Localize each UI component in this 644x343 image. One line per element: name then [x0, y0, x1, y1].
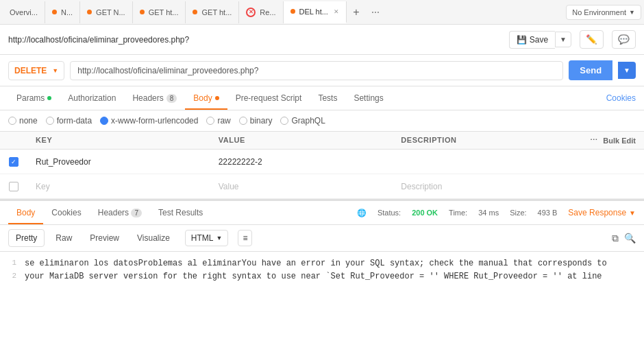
save-main-button[interactable]: 💾 Save [509, 31, 555, 49]
tab-get2-label: GET ht... [149, 8, 179, 16]
tab-overview-label: Overvi... [10, 8, 38, 16]
resp-tab-raw-label: Raw [55, 233, 72, 243]
tab-more-button[interactable]: ⋯ [366, 3, 385, 22]
tab-get3[interactable]: GET ht... [186, 1, 239, 23]
tab-headers[interactable]: Headers 8 [124, 86, 185, 110]
copy-icon-button[interactable]: ⧉ [612, 233, 619, 244]
td-check-1[interactable]: ✓ [0, 157, 27, 167]
tab-prerequest[interactable]: Pre-request Script [227, 86, 310, 110]
tab-new-label: N... [61, 8, 73, 16]
save-button-group: 💾 Save ▼ [509, 31, 571, 49]
tab-tests[interactable]: Tests [310, 86, 345, 110]
opt-graphql[interactable]: GraphQL [280, 116, 325, 126]
radio-form-data[interactable] [46, 117, 54, 125]
comment-icon-button[interactable]: 💬 [612, 30, 636, 49]
opt-none[interactable]: none [8, 116, 38, 126]
body-dot [215, 96, 219, 100]
radio-none[interactable] [8, 117, 16, 125]
bottom-tab-body[interactable]: Body [8, 201, 43, 224]
opt-binary[interactable]: binary [239, 116, 273, 126]
th-key: KEY [27, 136, 210, 145]
tab-del-close[interactable]: ✕ [334, 8, 339, 15]
tab-del[interactable]: DEL ht... ✕ [284, 1, 347, 23]
opt-raw[interactable]: raw [206, 116, 230, 126]
cookies-link[interactable]: Cookies [606, 86, 636, 110]
opt-urlencoded-label: x-www-form-urlencoded [111, 116, 198, 126]
bottom-nav-tabs: Body Cookies Headers 7 Test Results 🌐 St… [0, 201, 644, 225]
tab-add-button[interactable]: + [347, 3, 366, 22]
params-dot [47, 96, 51, 100]
radio-binary[interactable] [239, 117, 247, 125]
send-button[interactable]: Send [569, 60, 612, 80]
bottom-tab-test-results[interactable]: Test Results [150, 201, 211, 224]
tab-settings-label: Settings [354, 93, 383, 103]
td-value-1[interactable]: 22222222-2 [210, 153, 393, 171]
request-url-input[interactable] [70, 61, 563, 80]
td-key-2[interactable]: Key [27, 178, 210, 196]
td-value-2[interactable]: Value [210, 178, 393, 196]
save-arrow-button[interactable]: ▼ [555, 32, 571, 47]
tab-body[interactable]: Body [185, 86, 227, 110]
opt-urlencoded[interactable]: x-www-form-urlencoded [100, 116, 198, 126]
tab-overview[interactable]: Overvi... [3, 1, 45, 23]
search-icon-button[interactable]: 🔍 [624, 233, 636, 244]
tab-re-label: Re... [260, 8, 275, 16]
tab-get1-dot [87, 10, 92, 14]
resp-tab-raw[interactable]: Raw [49, 230, 79, 246]
env-selector[interactable]: No Environment ▼ [566, 5, 641, 20]
checkbox-1[interactable]: ✓ [9, 157, 18, 167]
tab-params[interactable]: Params [8, 86, 60, 110]
opt-graphql-label: GraphQL [291, 116, 325, 126]
tab-del-dot [290, 9, 295, 14]
radio-raw[interactable] [206, 117, 214, 125]
checkbox-2[interactable] [9, 182, 18, 191]
save-disk-icon: 💾 [517, 35, 527, 45]
body-options: none form-data x-www-form-urlencoded raw… [0, 110, 644, 132]
resp-tab-pretty[interactable]: Pretty [8, 229, 45, 247]
tab-bar: Overvi... N... GET N... GET ht... GET ht… [0, 0, 644, 25]
edit-icon-button[interactable]: ✏️ [580, 30, 604, 49]
filter-icon-button[interactable]: ≡ [238, 230, 252, 246]
bottom-tab-cookies[interactable]: Cookies [43, 201, 89, 224]
tab-headers-label: Headers [132, 93, 163, 103]
th-more-icon: ⋯ [590, 136, 597, 145]
format-select[interactable]: HTML ▼ [185, 230, 229, 246]
time-value: 34 ms [478, 209, 499, 217]
tab-settings[interactable]: Settings [345, 86, 391, 110]
send-arrow-button[interactable]: ▼ [618, 62, 636, 79]
opt-form-data-label: form-data [57, 116, 92, 126]
bottom-tab-headers[interactable]: Headers 7 [90, 201, 150, 224]
tab-prerequest-label: Pre-request Script [236, 93, 302, 103]
opt-raw-label: raw [217, 116, 230, 126]
save-response-button[interactable]: Save Response ▼ [568, 208, 636, 217]
tab-new[interactable]: N... [45, 1, 80, 23]
save-label: Save [530, 35, 548, 45]
method-select[interactable]: DELETE ▼ [8, 61, 64, 80]
td-key-1[interactable]: Rut_Proveedor [27, 153, 210, 171]
time-label: Time: [449, 209, 467, 217]
opt-form-data[interactable]: form-data [46, 116, 92, 126]
radio-urlencoded[interactable] [100, 117, 108, 125]
tab-params-label: Params [16, 93, 45, 103]
size-label: Size: [510, 209, 526, 217]
tab-get1[interactable]: GET N... [80, 1, 133, 23]
table-row-empty: Key Value Description [0, 174, 644, 199]
td-check-2[interactable] [0, 182, 27, 191]
td-desc-2[interactable]: Description [393, 178, 575, 196]
response-code-area: 1 se eliminaron los datosProblemas al el… [0, 252, 644, 289]
bottom-tab-test-results-label: Test Results [158, 208, 203, 217]
tab-get2[interactable]: GET ht... [133, 1, 186, 23]
tab-re[interactable]: ✕ Re... [239, 1, 283, 23]
url-bar: http://localhost/oficina/eliminar_provee… [0, 25, 644, 55]
th-value: VALUE [210, 136, 393, 145]
resp-tab-pretty-label: Pretty [16, 233, 37, 243]
line-num-2: 2 [0, 270, 25, 283]
resp-tab-visualize[interactable]: Visualize [130, 230, 177, 246]
radio-graphql[interactable] [280, 117, 288, 125]
tab-authorization[interactable]: Authorization [60, 86, 124, 110]
format-chevron: ▼ [216, 235, 223, 241]
bottom-headers-badge: 7 [131, 209, 142, 217]
th-bulk-edit[interactable]: Bulk Edit [603, 137, 636, 145]
params-table: KEY VALUE DESCRIPTION ⋯ Bulk Edit ✓ Rut_… [0, 132, 644, 200]
resp-tab-preview[interactable]: Preview [83, 230, 126, 246]
